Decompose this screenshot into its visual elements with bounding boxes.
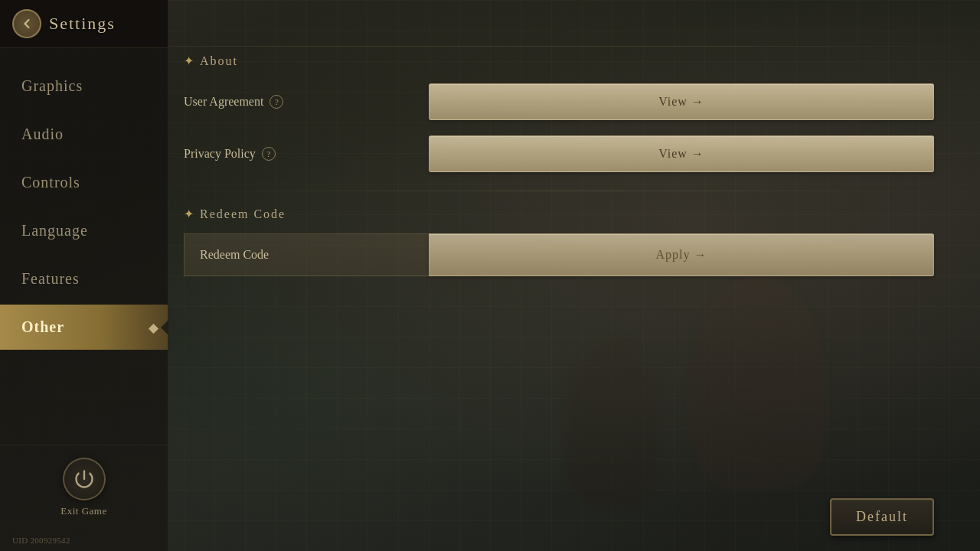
user-agreement-help-icon[interactable]: ? [270,95,283,109]
user-agreement-label-cell: User Agreement ? [184,95,429,109]
sidebar-header: Settings [0,0,168,48]
nav-items: Graphics Audio Controls Language Feature… [0,48,168,445]
privacy-policy-row: Privacy Policy ? View → [184,132,934,175]
redeem-code-row: Redeem Code Apply → [184,233,934,276]
sidebar-item-features[interactable]: Features [0,256,168,302]
default-button[interactable]: Default [830,498,934,536]
sidebar-item-controls[interactable]: Controls [0,160,168,205]
redeem-code-label-cell: Redeem Code [184,233,429,276]
redeem-section-title: Redeem Code [200,207,286,221]
user-agreement-view-button[interactable]: View → [429,83,934,120]
section-divider-1 [184,191,934,191]
sidebar-item-language[interactable]: Language [0,208,168,253]
privacy-policy-label: Privacy Policy [184,147,256,161]
exit-game-label: Exit Game [60,505,106,517]
sidebar-item-graphics[interactable]: Graphics [0,64,168,109]
about-section-header: ✦ About [184,54,934,68]
redeem-code-apply-button[interactable]: Apply → [429,233,934,276]
user-agreement-row: User Agreement ? View → [184,80,934,123]
back-button[interactable] [12,9,41,38]
active-nav-arrow: ◆ [149,320,158,334]
privacy-policy-view-button[interactable]: View → [429,135,934,172]
uid-label: UID 200929542 [0,530,168,551]
exit-section: Exit Game [0,445,168,530]
exit-game-button[interactable] [63,458,106,500]
settings-title: Settings [49,14,116,34]
sidebar-item-other[interactable]: Other ◆ [0,305,168,350]
sidebar: Settings Graphics Audio Controls Languag… [0,0,168,551]
privacy-policy-help-icon[interactable]: ? [262,147,276,161]
apply-button-label: Apply → [656,248,707,262]
about-bullet: ✦ [184,54,194,68]
redeem-code-label: Redeem Code [200,248,269,262]
privacy-policy-label-cell: Privacy Policy ? [184,147,429,161]
redeem-bullet: ✦ [184,207,194,221]
sidebar-item-audio[interactable]: Audio [0,112,168,157]
redeem-section-header: ✦ Redeem Code [184,207,934,221]
user-agreement-label: User Agreement [184,95,263,109]
main-content: ✦ About User Agreement ? View → Privacy … [184,54,934,505]
about-section-title: About [200,54,238,68]
